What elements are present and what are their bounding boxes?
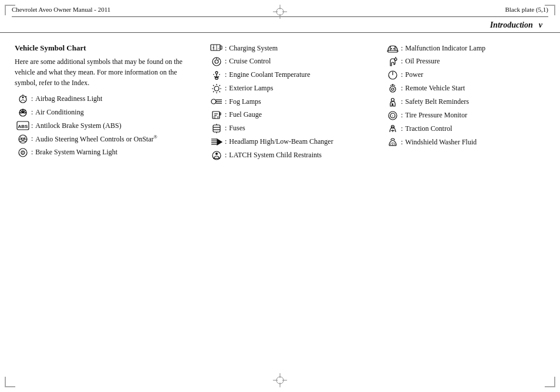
left-column: Vehicle Symbol Chart Here are some addit… [15,43,197,164]
svg-line-39 [213,85,214,86]
corner-decoration-tl [5,5,15,15]
brake-warning-label: Brake System Warning Light [35,147,197,157]
header-right-title: Black plate (5,1) [505,6,548,13]
list-item: : Malfunction Indicator Lamp [384,43,545,53]
traction-control-icon [384,124,401,134]
corner-decoration-br [545,377,555,387]
header-left-title: Chevrolet Aveo Owner Manual - 2011 [12,6,110,13]
list-item: ! : Brake System Warning Light [15,147,197,158]
cruise-control-label: Cruise Control [229,56,373,66]
registration-mark-top [273,5,287,19]
airbag-readiness-label: Airbag Readiness Light [35,94,197,104]
list-item: : Traction Control [384,124,545,134]
section-title-label: Introduction [490,21,533,30]
svg-point-18 [22,138,24,140]
corner-decoration-bl [5,377,15,387]
svg-text:F: F [217,116,220,119]
colon: : [401,70,403,80]
charging-system-label: Charging System [229,43,373,53]
svg-point-76 [392,98,394,101]
list-item: ABS : Antilock Brake System (ABS) [15,121,197,131]
svg-line-42 [213,91,214,92]
svg-point-74 [392,88,394,90]
air-conditioning-label: Air Conditioning [35,107,197,117]
audio-steering-icon [15,134,31,144]
colon: : [225,70,227,80]
exterior-lamps-icon [208,83,225,94]
corner-decoration-tr [545,5,555,15]
list-item: : Windshield Washer Fluid [384,137,545,148]
tire-pressure-label: Tire Pressure Monitor [405,110,545,120]
fuses-icon [208,123,225,134]
windshield-washer-label: Windshield Washer Fluid [405,137,545,147]
headlamp-icon [208,137,225,147]
abs-label: Antilock Brake System (ABS) [35,121,197,131]
colon: : [225,150,227,160]
oil-pressure-label: Oil Pressure [405,56,545,66]
oil-pressure-icon [384,56,401,67]
svg-point-69 [394,58,397,60]
list-item: : Remote Vehicle Start [384,83,545,94]
abs-icon: ABS [15,121,31,130]
list-item: : Audio Steering Wheel Controls or OnSta… [15,134,197,144]
colon: : [225,137,227,147]
mid-column: + - : Charging System : Cruise Control [203,43,373,164]
vehicle-symbol-chart-title: Vehicle Symbol Chart [15,43,197,53]
exterior-lamps-label: Exterior Lamps [229,83,373,93]
section-name: Introduction [490,21,533,29]
main-content: Vehicle Symbol Chart Here are some addit… [0,33,560,170]
page-number: v [539,21,542,30]
list-item: E F : Fuel Gauge [208,110,373,120]
page-title-bar: Introduction v [0,17,560,33]
list-item: : Fog Lamps [208,97,373,107]
colon: : [225,123,227,133]
airbag-readiness-icon [15,94,31,104]
colon: : [401,43,403,53]
colon: : [225,56,227,66]
malfunction-indicator-icon [384,43,401,53]
list-item: : Oil Pressure [384,56,545,67]
list-item: ! : Tire Pressure Monitor [384,110,545,121]
svg-point-11 [22,97,24,99]
colon: : [225,97,227,107]
colon: : [401,137,403,147]
list-item: : Fuses [208,123,373,134]
list-item: : Power [384,70,545,80]
engine-coolant-label: Engine Coolant Temperature [229,70,373,80]
power-icon [384,70,401,80]
malfunction-indicator-label: Malfunction Indicator Lamp [405,43,545,53]
fog-lamps-icon [208,97,225,106]
colon: : [225,83,227,93]
air-conditioning-icon [15,107,31,118]
svg-line-41 [220,85,221,86]
list-item: : Safety Belt Reminders [384,97,545,107]
svg-line-13 [26,96,27,97]
list-item: : Engine Coolant Temperature [208,70,373,80]
intro-paragraph: Here are some additional symbols that ma… [15,56,197,88]
colon: : [401,56,403,66]
brake-warning-icon: ! [15,147,31,158]
colon: : [31,134,33,144]
svg-rect-48 [220,113,221,115]
safety-belt-icon [384,97,401,107]
svg-point-63 [215,153,218,155]
svg-text:!: ! [392,114,393,119]
svg-point-34 [214,86,219,91]
windshield-washer-icon [384,137,401,148]
power-label: Power [405,70,545,80]
engine-coolant-icon [208,70,225,80]
registration-mark-bottom [273,373,287,387]
list-item: + - : Charging System [208,43,373,53]
colon: : [225,110,227,120]
svg-text:+: + [212,46,215,50]
svg-point-73 [390,86,396,92]
colon: : [401,83,403,93]
svg-text:-: - [218,46,220,50]
right-column: : Malfunction Indicator Lamp : Oil Press… [379,43,545,164]
svg-rect-53 [213,125,220,132]
svg-line-84 [394,143,395,145]
svg-text:!: ! [22,150,24,156]
svg-point-65 [391,48,392,49]
charging-system-icon: + - [208,43,225,52]
list-item: : Air Conditioning [15,107,197,118]
